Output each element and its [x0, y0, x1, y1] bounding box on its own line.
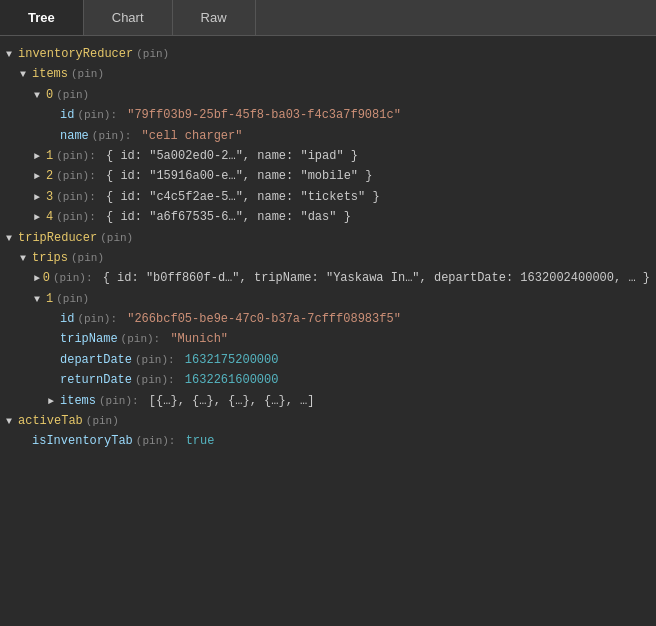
- key-label: isInventoryTab: [32, 431, 133, 451]
- key-label: returnDate: [60, 370, 132, 390]
- key-label: tripReducer: [18, 228, 97, 248]
- key-label: name: [60, 126, 89, 146]
- expand-arrow[interactable]: [6, 230, 18, 247]
- pin-label: (pin): [71, 249, 104, 268]
- value-label: "266bcf05-be9e-47c0-b37a-7cfff08983f5": [120, 309, 401, 329]
- expand-arrow[interactable]: [6, 46, 18, 63]
- key-label: 0: [46, 85, 53, 105]
- pin-label: (pin):: [77, 310, 117, 329]
- list-item: 0 (pin): [6, 85, 650, 105]
- pin-label: (pin): [56, 86, 89, 105]
- key-label: 0: [43, 268, 50, 288]
- list-item: items (pin): [{…}, {…}, {…}, {…}, …]: [6, 391, 650, 411]
- pin-label: (pin):: [135, 351, 175, 370]
- value-label: true: [178, 431, 214, 451]
- key-label: inventoryReducer: [18, 44, 133, 64]
- list-item: trips (pin): [6, 248, 650, 268]
- list-item: 0 (pin): { id: "b0ff860f-d…", tripName: …: [6, 268, 650, 288]
- pin-label: (pin):: [56, 208, 96, 227]
- tab-chart[interactable]: Chart: [84, 0, 173, 35]
- key-label: activeTab: [18, 411, 83, 431]
- list-item: 1 (pin): { id: "5a002ed0-2…", name: "ipa…: [6, 146, 650, 166]
- key-label: departDate: [60, 350, 132, 370]
- key-label: tripName: [60, 329, 118, 349]
- tree-content: inventoryReducer (pin) items (pin) 0 (pi…: [0, 36, 656, 460]
- list-item: items (pin): [6, 64, 650, 84]
- pin-label: (pin): [86, 412, 119, 431]
- key-label: id: [60, 309, 74, 329]
- value-label: [{…}, {…}, {…}, {…}, …]: [142, 391, 315, 411]
- key-label: 2: [46, 166, 53, 186]
- expand-arrow[interactable]: [20, 66, 32, 83]
- expand-arrow[interactable]: [6, 413, 18, 430]
- list-item: tripReducer (pin): [6, 228, 650, 248]
- key-label: 4: [46, 207, 53, 227]
- expand-arrow[interactable]: [48, 393, 60, 410]
- expand-arrow[interactable]: [34, 291, 46, 308]
- expand-arrow[interactable]: [34, 168, 46, 185]
- value-label: "cell charger": [134, 126, 242, 146]
- value-label: "Munich": [163, 329, 228, 349]
- pin-label: (pin):: [121, 330, 161, 349]
- expand-arrow[interactable]: [34, 270, 43, 287]
- key-label: items: [32, 64, 68, 84]
- list-item: 1 (pin): [6, 289, 650, 309]
- pin-label: (pin):: [136, 432, 176, 451]
- expand-arrow[interactable]: [34, 189, 46, 206]
- key-label: 3: [46, 187, 53, 207]
- tab-raw[interactable]: Raw: [173, 0, 256, 35]
- pin-label: (pin): [71, 65, 104, 84]
- list-item: returnDate (pin): 1632261600000: [6, 370, 650, 390]
- list-item: inventoryReducer (pin): [6, 44, 650, 64]
- list-item: isInventoryTab (pin): true: [6, 431, 650, 451]
- value-label: { id: "a6f67535-6…", name: "das" }: [99, 207, 351, 227]
- value-label: { id: "15916a00-e…", name: "mobile" }: [99, 166, 373, 186]
- list-item: 4 (pin): { id: "a6f67535-6…", name: "das…: [6, 207, 650, 227]
- list-item: name (pin): "cell charger": [6, 126, 650, 146]
- pin-label: (pin):: [53, 269, 93, 288]
- tab-bar: Tree Chart Raw: [0, 0, 656, 36]
- key-label: trips: [32, 248, 68, 268]
- value-label: { id: "5a002ed0-2…", name: "ipad" }: [99, 146, 358, 166]
- list-item: 2 (pin): { id: "15916a00-e…", name: "mob…: [6, 166, 650, 186]
- list-item: 3 (pin): { id: "c4c5f2ae-5…", name: "tic…: [6, 187, 650, 207]
- key-label: 1: [46, 146, 53, 166]
- expand-arrow[interactable]: [34, 87, 46, 104]
- pin-label: (pin): [136, 45, 169, 64]
- value-label: "79ff03b9-25bf-45f8-ba03-f4c3a7f9081c": [120, 105, 401, 125]
- pin-label: (pin):: [77, 106, 117, 125]
- list-item: departDate (pin): 1632175200000: [6, 350, 650, 370]
- pin-label: (pin):: [135, 371, 175, 390]
- list-item: id (pin): "266bcf05-be9e-47c0-b37a-7cfff…: [6, 309, 650, 329]
- value-label: { id: "b0ff860f-d…", tripName: "Yaskawa …: [96, 268, 651, 288]
- pin-label: (pin): [100, 229, 133, 248]
- key-label: items: [60, 391, 96, 411]
- expand-arrow[interactable]: [34, 209, 46, 226]
- pin-label: (pin):: [56, 167, 96, 186]
- key-label: 1: [46, 289, 53, 309]
- key-label: id: [60, 105, 74, 125]
- pin-label: (pin):: [56, 147, 96, 166]
- pin-label: (pin): [56, 290, 89, 309]
- value-label: 1632175200000: [178, 350, 279, 370]
- list-item: activeTab (pin): [6, 411, 650, 431]
- list-item: id (pin): "79ff03b9-25bf-45f8-ba03-f4c3a…: [6, 105, 650, 125]
- pin-label: (pin):: [99, 392, 139, 411]
- expand-arrow[interactable]: [20, 250, 32, 267]
- pin-label: (pin):: [56, 188, 96, 207]
- value-label: { id: "c4c5f2ae-5…", name: "tickets" }: [99, 187, 380, 207]
- value-label: 1632261600000: [178, 370, 279, 390]
- tab-tree[interactable]: Tree: [0, 0, 84, 35]
- expand-arrow[interactable]: [34, 148, 46, 165]
- pin-label: (pin):: [92, 127, 132, 146]
- list-item: tripName (pin): "Munich": [6, 329, 650, 349]
